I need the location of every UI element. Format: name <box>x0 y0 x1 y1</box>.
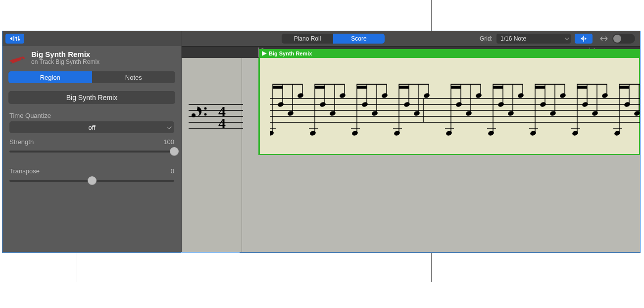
svg-point-32 <box>309 130 316 137</box>
grid-select[interactable]: 1/16 Note <box>496 34 571 44</box>
svg-point-95 <box>614 130 621 137</box>
score-editor-window: Big Synth Remix on Track Big Synth Remix… <box>2 31 641 253</box>
svg-point-100 <box>634 110 641 117</box>
svg-point-46 <box>371 110 378 117</box>
strength-slider[interactable] <box>9 151 174 153</box>
play-icon <box>262 51 267 56</box>
track-header: Big Synth Remix on Track Big Synth Remix <box>2 46 181 69</box>
svg-point-68 <box>488 130 495 137</box>
svg-point-82 <box>549 110 556 117</box>
grid-value: 1/16 Note <box>500 35 526 42</box>
score-body[interactable]: 4 4 Big Synth Remix <box>182 58 640 252</box>
svg-point-57 <box>423 93 430 99</box>
svg-point-23 <box>270 130 274 137</box>
inspector-toolbar <box>2 31 181 46</box>
svg-point-55 <box>413 110 420 117</box>
svg-point-84 <box>559 93 566 99</box>
tab-notes[interactable]: Notes <box>92 71 176 83</box>
transpose-group: Transpose 0 <box>2 162 181 185</box>
svg-point-26 <box>277 102 284 108</box>
track-title: Big Synth Remix <box>31 50 99 58</box>
svg-point-48 <box>381 93 388 99</box>
svg-point-77 <box>530 130 537 137</box>
track-subtitle: on Track Big Synth Remix <box>31 58 99 65</box>
svg-point-91 <box>592 110 598 117</box>
svg-point-41 <box>351 130 358 137</box>
svg-point-37 <box>329 110 336 117</box>
catch-playhead-icon <box>580 35 588 42</box>
svg-point-39 <box>339 93 346 99</box>
clef-time-signature: 4 4 <box>189 100 243 139</box>
svg-point-30 <box>297 93 304 99</box>
region-header[interactable]: Big Synth Remix <box>259 49 640 58</box>
strength-value: 100 <box>163 138 174 146</box>
strength-label: Strength <box>9 138 34 146</box>
svg-point-50 <box>394 130 400 137</box>
timesig-bottom: 4 <box>218 115 226 131</box>
view-mode-tabs: Piano Roll Score <box>282 34 385 44</box>
score-toolbar: Piano Roll Score Grid: 1/16 Note <box>182 31 640 46</box>
tab-piano-roll[interactable]: Piano Roll <box>282 34 333 44</box>
svg-rect-5 <box>10 62 12 64</box>
svg-rect-6 <box>21 58 23 60</box>
time-quantize-group: Time Quantize off <box>2 107 181 133</box>
transpose-value: 0 <box>171 167 174 175</box>
link-toggle[interactable] <box>612 34 635 44</box>
callout-line-top <box>431 0 432 31</box>
time-quantize-label: Time Quantize <box>9 112 51 119</box>
transpose-slider[interactable] <box>9 180 174 182</box>
inspector-toggle-button[interactable] <box>5 34 24 44</box>
region-name-button[interactable]: Big Synth Remix <box>8 91 175 104</box>
clef-gutter <box>182 58 242 252</box>
svg-point-75 <box>517 93 524 99</box>
svg-point-98 <box>624 102 631 108</box>
grid-label: Grid: <box>480 35 493 42</box>
svg-point-53 <box>403 102 410 108</box>
score-area: Piano Roll Score Grid: 1/16 Note <box>182 31 640 252</box>
link-icon <box>599 35 608 42</box>
svg-point-15 <box>204 113 207 116</box>
transpose-slider-thumb[interactable] <box>88 176 97 185</box>
svg-point-86 <box>572 130 579 137</box>
midi-region[interactable]: Big Synth Remix <box>258 58 640 155</box>
svg-point-1 <box>15 37 17 39</box>
tab-region[interactable]: Region <box>8 71 92 83</box>
svg-point-14 <box>204 107 207 110</box>
inspector-tabs: Region Notes <box>8 71 175 83</box>
transpose-label: Transpose <box>9 167 40 175</box>
svg-point-3 <box>18 39 20 41</box>
svg-point-59 <box>446 130 452 137</box>
tab-score[interactable]: Score <box>333 34 385 44</box>
time-quantize-select[interactable]: off <box>9 121 174 133</box>
svg-point-64 <box>465 110 472 117</box>
svg-point-13 <box>192 113 196 117</box>
svg-point-44 <box>361 102 368 108</box>
grid-controls: Grid: 1/16 Note <box>480 34 635 44</box>
svg-point-80 <box>540 102 546 108</box>
strength-group: Strength 100 <box>2 133 181 155</box>
svg-point-35 <box>319 102 326 108</box>
strength-slider-thumb[interactable] <box>170 147 179 156</box>
catch-playhead-button[interactable] <box>575 34 593 44</box>
time-quantize-value: off <box>88 124 95 131</box>
inspector-toggle-icon <box>9 35 20 42</box>
svg-point-89 <box>582 102 589 108</box>
svg-point-71 <box>497 102 504 108</box>
svg-point-93 <box>601 93 608 99</box>
svg-point-73 <box>507 110 514 117</box>
inspector-panel: Big Synth Remix on Track Big Synth Remix… <box>2 31 182 252</box>
svg-point-66 <box>475 93 482 99</box>
svg-point-28 <box>287 110 294 117</box>
track-instrument-icon <box>8 51 26 65</box>
svg-point-62 <box>455 102 462 108</box>
music-notation <box>270 84 641 153</box>
region-title: Big Synth Remix <box>269 51 312 56</box>
